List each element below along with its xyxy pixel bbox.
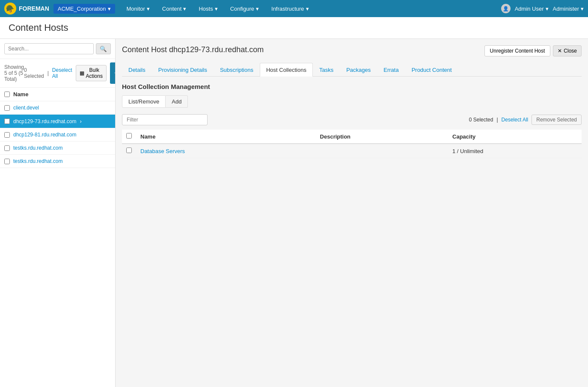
- sidebar-actions: 0 Selected | Deselect All ▦ Bulk Actions…: [24, 62, 116, 84]
- host-list-header: Name: [0, 88, 115, 101]
- nav-item-infrastructure[interactable]: Infrastructure ▾: [266, 2, 314, 15]
- nav-configure-label: Configure: [230, 6, 254, 12]
- tab-host-collections-label: Host Collections: [266, 67, 306, 73]
- close-button[interactable]: ✕ Close: [553, 45, 582, 56]
- separator: |: [48, 70, 49, 76]
- collection-selected-count: 0 Selected: [469, 117, 493, 123]
- tab-provisioning-label: Provisioning Details: [158, 67, 207, 73]
- detail-tabs: Details Provisioning Details Subscriptio…: [122, 63, 582, 77]
- table-select-all-checkbox[interactable]: [126, 133, 132, 139]
- host-link-0[interactable]: client.devel: [13, 105, 39, 111]
- nav-item-content[interactable]: Content ▾: [157, 2, 192, 15]
- nav-configure-dropdown-icon: ▾: [256, 6, 259, 12]
- close-x-icon: ✕: [558, 48, 562, 54]
- deselect-all-link[interactable]: Deselect All: [52, 67, 72, 79]
- table-header-name: Name: [136, 130, 316, 144]
- tab-details[interactable]: Details: [122, 63, 152, 77]
- administer-menu[interactable]: Administer ▾: [553, 6, 584, 12]
- bulk-actions-label: Bulk Actions: [86, 67, 103, 79]
- tab-details-label: Details: [128, 67, 146, 73]
- user-avatar: 👤: [501, 4, 511, 13]
- collection-row-checkbox[interactable]: [126, 148, 132, 153]
- sub-tabs: List/Remove Add: [122, 95, 582, 108]
- tab-tasks[interactable]: Tasks: [313, 63, 340, 77]
- grid-icon: ▦: [80, 70, 84, 76]
- tab-packages-label: Packages: [346, 67, 371, 73]
- top-navigation: 🪖 FOREMAN ACME_Corporation ▾ Monitor ▾ C…: [0, 0, 588, 17]
- sidebar-toolbar: Showing 5 of 5 (5 Total) 0 Selected | De…: [0, 59, 115, 88]
- content-host-header: Content Host dhcp129-73.rdu.redhat.com U…: [122, 45, 582, 56]
- admin-user-menu[interactable]: Admin User ▾: [515, 6, 549, 12]
- table-header-capacity: Capacity: [448, 130, 582, 144]
- list-item[interactable]: dhcp129-73.rdu.redhat.com ›: [0, 115, 115, 128]
- name-column-header: Name: [13, 91, 28, 97]
- nav-hosts-dropdown-icon: ▾: [215, 6, 218, 12]
- search-button[interactable]: 🔍: [96, 43, 111, 54]
- table-cell-checkbox: [122, 144, 136, 158]
- showing-count: Showing 5 of 5 (5 Total): [4, 64, 24, 82]
- nav-infrastructure-label: Infrastructure: [271, 6, 304, 12]
- table-cell-description: [316, 144, 448, 158]
- tab-subscriptions-label: Subscriptions: [220, 67, 253, 73]
- select-all-checkbox[interactable]: [4, 92, 10, 97]
- host-checkbox-1[interactable]: [4, 118, 10, 124]
- nav-item-monitor[interactable]: Monitor ▾: [122, 2, 155, 15]
- filter-row: 0 Selected | Deselect All Remove Selecte…: [122, 114, 582, 125]
- tab-errata[interactable]: Errata: [377, 63, 405, 77]
- nav-item-hosts[interactable]: Hosts ▾: [193, 2, 223, 15]
- remove-selected-button[interactable]: Remove Selected: [532, 115, 582, 125]
- sub-tab-add[interactable]: Add: [166, 95, 188, 108]
- register-content-host-button[interactable]: + Register Content Host: [110, 62, 116, 84]
- table-row: Database Servers 1 / Unlimited: [122, 144, 582, 158]
- content-host-title: Content Host dhcp129-73.rdu.redhat.com: [122, 45, 264, 54]
- content-area: Content Host dhcp129-73.rdu.redhat.com U…: [116, 39, 588, 387]
- sub-tab-list-remove-label: List/Remove: [128, 98, 159, 105]
- host-link-4[interactable]: testks.rdu.redhat.com: [13, 158, 62, 164]
- collection-table: Name Description Capacity Datab: [122, 130, 582, 158]
- table-header-description: Description: [316, 130, 448, 144]
- page-header: Content Hosts: [0, 17, 588, 39]
- selected-count: 0 Selected: [24, 67, 44, 79]
- active-chevron-icon: ›: [80, 118, 81, 124]
- table-header-checkbox: [122, 130, 136, 144]
- host-checkbox-4[interactable]: [4, 159, 10, 164]
- list-item[interactable]: dhcp129-81.rdu.redhat.com: [0, 128, 115, 142]
- tab-packages[interactable]: Packages: [340, 63, 377, 77]
- host-checkbox-3[interactable]: [4, 145, 10, 151]
- list-item[interactable]: testks.rdu.redhat.com: [0, 155, 115, 168]
- separator2: |: [496, 117, 498, 123]
- app-name: FOREMAN: [19, 5, 49, 12]
- nav-item-configure[interactable]: Configure ▾: [225, 2, 264, 15]
- search-icon: 🔍: [100, 46, 107, 52]
- logo-area: 🪖 FOREMAN: [4, 3, 49, 15]
- list-item[interactable]: client.devel: [0, 101, 115, 115]
- sub-tab-list-remove[interactable]: List/Remove: [122, 95, 166, 108]
- collection-deselect-all-link[interactable]: Deselect All: [502, 117, 529, 123]
- main-nav: Monitor ▾ Content ▾ Hosts ▾ Configure ▾ …: [122, 2, 501, 15]
- nav-monitor-label: Monitor: [127, 6, 145, 12]
- host-link-1[interactable]: dhcp129-73.rdu.redhat.com: [13, 118, 76, 124]
- tab-host-collections[interactable]: Host Collections: [260, 63, 313, 77]
- host-link-3[interactable]: testks.rdu.redhat.com: [13, 145, 62, 151]
- bulk-actions-button[interactable]: ▦ Bulk Actions: [76, 65, 107, 81]
- host-link-2[interactable]: dhcp129-81.rdu.redhat.com: [13, 132, 76, 138]
- org-name: ACME_Corporation: [58, 6, 106, 12]
- header-actions: Unregister Content Host ✕ Close: [484, 45, 582, 56]
- host-checkbox-0[interactable]: [4, 105, 10, 111]
- tab-provisioning-details[interactable]: Provisioning Details: [152, 63, 214, 77]
- org-selector[interactable]: ACME_Corporation ▾: [53, 4, 115, 14]
- sidebar: 🔍 Showing 5 of 5 (5 Total) 0 Selected | …: [0, 39, 116, 387]
- collection-name-link[interactable]: Database Servers: [140, 148, 185, 154]
- search-input[interactable]: [4, 43, 94, 54]
- host-checkbox-2[interactable]: [4, 132, 10, 138]
- tab-product-content[interactable]: Product Content: [405, 63, 458, 77]
- tab-subscriptions[interactable]: Subscriptions: [214, 63, 260, 77]
- sidebar-search-area: 🔍: [0, 39, 115, 59]
- unregister-button[interactable]: Unregister Content Host: [484, 45, 551, 56]
- filter-input[interactable]: [122, 114, 208, 125]
- tab-product-content-label: Product Content: [412, 67, 452, 73]
- sub-tab-add-label: Add: [172, 98, 181, 105]
- list-item[interactable]: testks.rdu.redhat.com: [0, 142, 115, 155]
- administer-label: Administer: [553, 6, 579, 12]
- tab-tasks-label: Tasks: [319, 67, 333, 73]
